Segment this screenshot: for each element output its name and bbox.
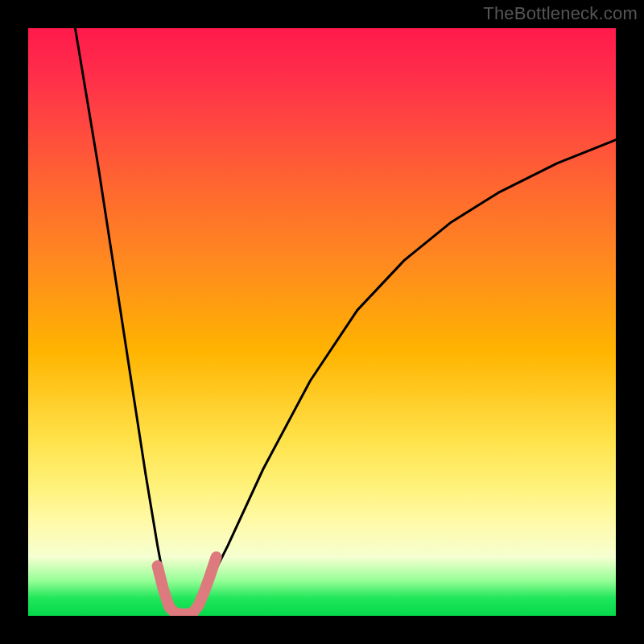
chart-plot-area	[28, 28, 616, 616]
ideal-zone-marker	[158, 557, 217, 614]
watermark-text: TheBottleneck.com	[483, 3, 638, 24]
chart-svg	[28, 28, 616, 616]
chart-frame: TheBottleneck.com	[0, 0, 644, 644]
bottleneck-curve	[75, 28, 616, 616]
